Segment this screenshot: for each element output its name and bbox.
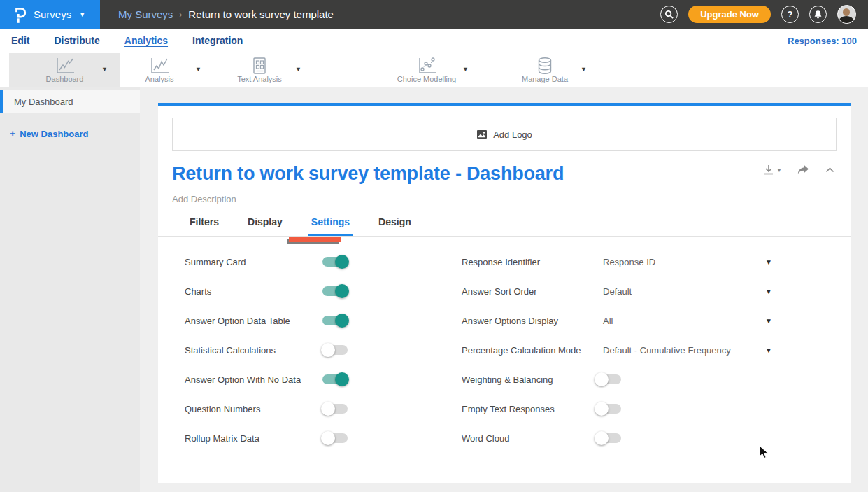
toggle-knob — [595, 402, 609, 416]
rollup-matrix-data-toggle[interactable] — [322, 433, 348, 443]
charts-toggle[interactable] — [322, 286, 348, 296]
setting-row-statistical-calculations: Statistical Calculations — [185, 335, 478, 365]
collapse-button[interactable] — [825, 166, 835, 174]
chevron-down-icon[interactable]: ▼ — [765, 258, 772, 266]
setting-label: Answer Option With No Data — [185, 374, 301, 385]
setting-row-word-cloud: Word Cloud — [462, 423, 839, 453]
setting-label: Weighting & Balancing — [462, 374, 553, 385]
setting-label: Response Identifier — [462, 257, 540, 267]
survey-nav-items: Edit Distribute Analytics Integration — [0, 35, 243, 47]
search-icon — [664, 10, 674, 19]
word-cloud-toggle[interactable] — [596, 433, 621, 443]
answer-option-with-no-data-toggle[interactable] — [322, 374, 348, 384]
toolbar-choice-modelling-label: Choice Modelling — [374, 75, 479, 83]
mouse-cursor — [759, 445, 769, 459]
avatar-shoulders — [839, 16, 853, 24]
question-numbers-toggle[interactable] — [322, 404, 348, 414]
toggle-knob — [335, 255, 349, 269]
toolbar-text-analysis-label: Text Analysis — [207, 75, 312, 83]
add-logo-button[interactable]: Add Logo — [172, 118, 837, 151]
breadcrumb-separator-icon: › — [179, 10, 182, 20]
summary-card-toggle[interactable] — [322, 257, 348, 267]
setting-row-answer-option-data-table: Answer Option Data Table — [185, 306, 478, 335]
toggle-knob — [321, 343, 335, 357]
upgrade-now-button[interactable]: Upgrade Now — [688, 6, 771, 23]
tab-filters[interactable]: Filters — [186, 216, 222, 236]
toolbar-analysis[interactable]: ▼ Analysis — [107, 53, 212, 87]
setting-label: Answer Option Data Table — [185, 316, 290, 326]
percentage-calculation-mode-select[interactable]: Default - Cumulative Frequency — [603, 345, 731, 356]
new-dashboard-button[interactable]: + New Dashboard — [10, 128, 140, 139]
responses-count[interactable]: Responses: 100 — [788, 36, 868, 46]
top-bar: Surveys ▼ My Surveys › Return to work su… — [0, 0, 868, 29]
toggle-knob — [321, 402, 335, 416]
chevron-down-icon[interactable]: ▼ — [765, 317, 772, 325]
setting-row-weighting-balancing: Weighting & Balancing — [462, 365, 839, 394]
breadcrumb: My Surveys › Return to work survey templ… — [118, 8, 334, 20]
tab-settings[interactable]: Settings — [308, 216, 353, 236]
nav-integration[interactable]: Integration — [192, 35, 243, 47]
user-avatar[interactable] — [837, 5, 856, 24]
breadcrumb-survey-title: Return to work survey template — [188, 8, 334, 20]
toolbar-dashboard-label: Dashboard — [9, 75, 120, 83]
response-identifier-select[interactable]: Response ID — [603, 257, 655, 267]
plus-icon: + — [10, 128, 15, 139]
statistical-calculations-toggle[interactable] — [322, 345, 348, 355]
share-button[interactable] — [797, 164, 810, 176]
breadcrumb-my-surveys[interactable]: My Surveys — [118, 8, 173, 20]
help-button[interactable]: ? — [781, 6, 799, 23]
nav-analytics[interactable]: Analytics — [124, 35, 168, 47]
add-logo-label: Add Logo — [493, 129, 532, 140]
chevron-down-icon[interactable]: ▼ — [765, 288, 772, 295]
toggle-knob — [335, 314, 349, 328]
dashboard-sidebar: My Dashboard + New Dashboard — [0, 87, 140, 492]
analytics-toolbar: ▼ Dashboard ▼ Analysis ▼ Text Analysis ▼… — [0, 53, 868, 87]
toolbar-choice-modelling[interactable]: ▼ Choice Modelling — [374, 53, 479, 87]
image-icon — [476, 129, 488, 139]
toggle-knob — [321, 431, 335, 445]
toggle-knob — [335, 372, 349, 386]
sidebar-item-my-dashboard[interactable]: My Dashboard — [0, 90, 140, 113]
nav-edit[interactable]: Edit — [11, 35, 29, 47]
avatar-face — [843, 8, 850, 16]
empty-text-responses-toggle[interactable] — [596, 404, 621, 414]
help-icon: ? — [788, 9, 793, 20]
setting-row-question-numbers: Question Numbers — [185, 394, 478, 423]
settings-tabs: Filters Display Settings Design — [186, 216, 415, 236]
setting-row-empty-text-responses: Empty Text Responses — [462, 394, 839, 423]
bell-icon — [813, 10, 823, 19]
chevron-down-icon: ▼ — [776, 167, 782, 174]
chevron-up-icon — [825, 166, 835, 174]
setting-label: Empty Text Responses — [462, 404, 555, 414]
notifications-button[interactable] — [809, 6, 827, 23]
product-switcher[interactable]: Surveys ▼ — [0, 0, 100, 29]
tab-design[interactable]: Design — [375, 216, 415, 236]
setting-row-summary-card: Summary Card — [185, 247, 478, 276]
answer-options-display-select[interactable]: All — [603, 316, 613, 326]
add-description-button[interactable]: Add Description — [172, 194, 236, 204]
setting-row-answer-sort-order: Answer Sort Order Default ▼ — [462, 276, 839, 306]
toolbar-text-analysis[interactable]: ▼ Text Analysis — [207, 53, 312, 87]
setting-row-answer-option-with-no-data: Answer Option With No Data — [185, 365, 478, 394]
chevron-down-icon[interactable]: ▼ — [765, 346, 772, 354]
product-caret-icon: ▼ — [79, 11, 85, 18]
new-dashboard-label: New Dashboard — [20, 129, 88, 139]
product-name: Surveys — [34, 8, 71, 20]
answer-sort-order-select[interactable]: Default — [603, 286, 632, 297]
answer-option-data-table-toggle[interactable] — [322, 316, 348, 325]
setting-row-charts: Charts — [185, 276, 478, 306]
setting-label: Rollup Matrix Data — [185, 433, 259, 444]
toggle-knob — [335, 284, 349, 298]
tab-display[interactable]: Display — [244, 216, 286, 236]
nav-distribute[interactable]: Distribute — [54, 35, 99, 47]
setting-row-answer-options-display: Answer Options Display All ▼ — [462, 306, 839, 335]
dashboard-panel: Add Logo Return to work survey template … — [158, 106, 851, 483]
main-content: Add Logo Return to work survey template … — [140, 87, 868, 492]
download-button[interactable]: ▼ — [763, 164, 782, 176]
weighting-balancing-toggle[interactable] — [596, 374, 621, 384]
toolbar-manage-data[interactable]: ▼ Manage Data — [492, 53, 597, 87]
search-button[interactable] — [660, 6, 678, 23]
tabs-divider — [158, 236, 851, 237]
chevron-down-icon: ▼ — [462, 66, 469, 73]
toolbar-dashboard[interactable]: ▼ Dashboard — [9, 53, 120, 87]
